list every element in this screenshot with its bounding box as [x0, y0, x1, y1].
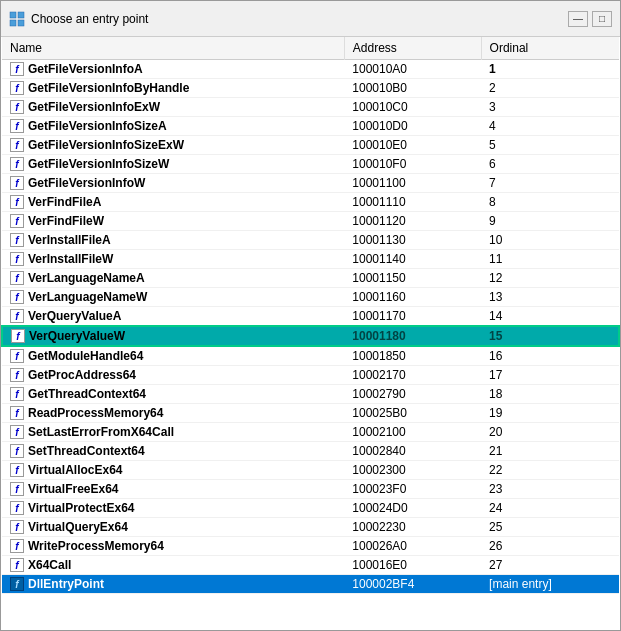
table-row[interactable]: fVirtualFreeEx64100023F023	[2, 480, 619, 499]
table-row[interactable]: fGetThreadContext641000279018	[2, 385, 619, 404]
cell-name: fVerQueryValueA	[2, 307, 344, 327]
function-name: VerQueryValueA	[28, 309, 121, 323]
svg-rect-1	[18, 12, 24, 18]
function-name: WriteProcessMemory64	[28, 539, 164, 553]
table-row[interactable]: fGetFileVersionInfoSizeW100010F06	[2, 155, 619, 174]
cell-address: 100010C0	[344, 98, 481, 117]
table-row[interactable]: fWriteProcessMemory64100026A026	[2, 537, 619, 556]
function-name: VirtualFreeEx64	[28, 482, 119, 496]
table-row[interactable]: fVirtualQueryEx641000223025	[2, 518, 619, 537]
cell-address: 10002300	[344, 461, 481, 480]
entry-points-table: Name Address Ordinal fGetFileVersionInfo…	[1, 37, 620, 594]
cell-ordinal: 23	[481, 480, 619, 499]
table-row[interactable]: fVerFindFileW100011209	[2, 212, 619, 231]
cell-ordinal: 26	[481, 537, 619, 556]
table-row[interactable]: fVirtualAllocEx641000230022	[2, 461, 619, 480]
cell-ordinal: 4	[481, 117, 619, 136]
svg-rect-0	[10, 12, 16, 18]
function-name: GetModuleHandle64	[28, 349, 143, 363]
table-row[interactable]: fVerInstallFileA1000113010	[2, 231, 619, 250]
function-icon: f	[10, 406, 24, 420]
cell-name: fGetThreadContext64	[2, 385, 344, 404]
table-row[interactable]: fGetFileVersionInfoSizeA100010D04	[2, 117, 619, 136]
table-row[interactable]: fDllEntryPoint100002BF4[main entry]	[2, 575, 619, 594]
cell-ordinal: 12	[481, 269, 619, 288]
table-row[interactable]: fReadProcessMemory64100025B019	[2, 404, 619, 423]
title-bar-left: Choose an entry point	[9, 11, 148, 27]
cell-ordinal: 17	[481, 366, 619, 385]
table-row[interactable]: fGetFileVersionInfoExW100010C03	[2, 98, 619, 117]
function-name: VirtualAllocEx64	[28, 463, 123, 477]
table-row[interactable]: fGetFileVersionInfoW100011007	[2, 174, 619, 193]
cell-ordinal: 2	[481, 79, 619, 98]
cell-name: fVirtualAllocEx64	[2, 461, 344, 480]
cell-address: 10002840	[344, 442, 481, 461]
cell-name: fReadProcessMemory64	[2, 404, 344, 423]
function-icon: f	[10, 157, 24, 171]
table-body: fGetFileVersionInfoA100010A01fGetFileVer…	[2, 60, 619, 594]
cell-ordinal: 22	[481, 461, 619, 480]
cell-ordinal: 24	[481, 499, 619, 518]
function-icon: f	[10, 195, 24, 209]
table-row[interactable]: fVerLanguageNameW1000116013	[2, 288, 619, 307]
function-name: GetProcAddress64	[28, 368, 136, 382]
table-row[interactable]: fGetModuleHandle641000185016	[2, 346, 619, 366]
minimize-button[interactable]: —	[568, 11, 588, 27]
cell-ordinal: 25	[481, 518, 619, 537]
table-row[interactable]: fGetProcAddress641000217017	[2, 366, 619, 385]
table-row[interactable]: fVerFindFileA100011108	[2, 193, 619, 212]
cell-address: 10001120	[344, 212, 481, 231]
table-row[interactable]: fVerLanguageNameA1000115012	[2, 269, 619, 288]
cell-ordinal: 13	[481, 288, 619, 307]
cell-name: fGetFileVersionInfoA	[2, 60, 344, 79]
table-row[interactable]: fVerInstallFileW1000114011	[2, 250, 619, 269]
function-icon: f	[10, 425, 24, 439]
entry-points-table-container[interactable]: Name Address Ordinal fGetFileVersionInfo…	[1, 37, 620, 630]
cell-name: fX64Call	[2, 556, 344, 575]
column-header-ordinal: Ordinal	[481, 37, 619, 60]
table-row[interactable]: fVerQueryValueW1000118015	[2, 326, 619, 346]
cell-name: fDllEntryPoint	[2, 575, 344, 594]
function-name: VerFindFileA	[28, 195, 101, 209]
function-name: VerFindFileW	[28, 214, 104, 228]
table-header-row: Name Address Ordinal	[2, 37, 619, 60]
cell-ordinal: 27	[481, 556, 619, 575]
function-icon: f	[10, 501, 24, 515]
cell-ordinal: [main entry]	[481, 575, 619, 594]
cell-name: fVerFindFileW	[2, 212, 344, 231]
svg-rect-3	[18, 20, 24, 26]
function-name: VerInstallFileW	[28, 252, 113, 266]
function-icon: f	[10, 482, 24, 496]
cell-name: fVerLanguageNameA	[2, 269, 344, 288]
cell-ordinal: 18	[481, 385, 619, 404]
maximize-button[interactable]: □	[592, 11, 612, 27]
function-icon: f	[10, 558, 24, 572]
function-name: GetFileVersionInfoByHandle	[28, 81, 189, 95]
function-name: VerQueryValueW	[29, 329, 125, 343]
cell-name: fGetModuleHandle64	[2, 346, 344, 366]
function-name: GetFileVersionInfoSizeA	[28, 119, 167, 133]
main-window: Choose an entry point — □ Name Address O…	[0, 0, 621, 631]
cell-address: 10001150	[344, 269, 481, 288]
cell-address: 10001100	[344, 174, 481, 193]
function-icon: f	[10, 176, 24, 190]
table-row[interactable]: fGetFileVersionInfoSizeExW100010E05	[2, 136, 619, 155]
table-row[interactable]: fSetThreadContext641000284021	[2, 442, 619, 461]
table-row[interactable]: fVirtualProtectEx64100024D024	[2, 499, 619, 518]
cell-ordinal: 7	[481, 174, 619, 193]
table-row[interactable]: fVerQueryValueA1000117014	[2, 307, 619, 327]
function-name: DllEntryPoint	[28, 577, 104, 591]
cell-address: 10001130	[344, 231, 481, 250]
table-row[interactable]: fGetFileVersionInfoByHandle100010B02	[2, 79, 619, 98]
function-name: VerLanguageNameA	[28, 271, 145, 285]
function-icon: f	[10, 290, 24, 304]
cell-ordinal: 16	[481, 346, 619, 366]
function-icon: f	[10, 81, 24, 95]
table-row[interactable]: fGetFileVersionInfoA100010A01	[2, 60, 619, 79]
table-row[interactable]: fX64Call100016E027	[2, 556, 619, 575]
cell-address: 10001140	[344, 250, 481, 269]
table-row[interactable]: fSetLastErrorFromX64Call1000210020	[2, 423, 619, 442]
column-header-address: Address	[344, 37, 481, 60]
function-icon: f	[10, 309, 24, 323]
cell-address: 100010D0	[344, 117, 481, 136]
